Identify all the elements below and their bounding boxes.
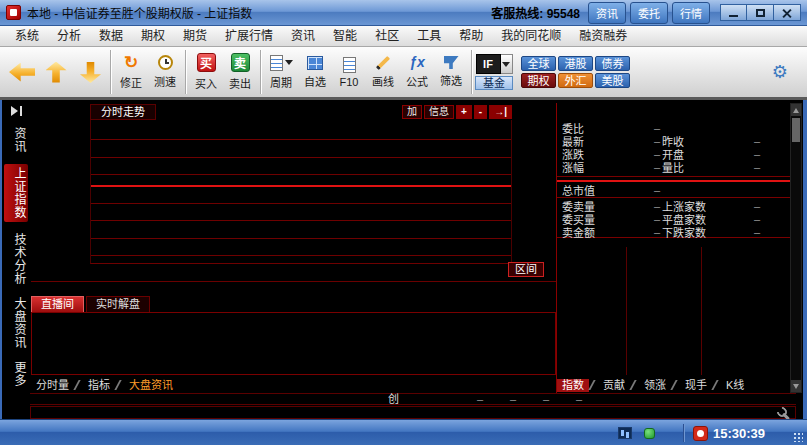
tab-contribution[interactable]: 贡献 [598,379,630,392]
market-options-button[interactable]: 期权 [521,73,556,88]
back-button[interactable] [5,49,39,95]
menu-margin-trading[interactable]: 融资融券 [570,26,636,46]
sidebar-collapse-button[interactable] [11,106,22,116]
close-button[interactable] [774,4,801,21]
menu-system[interactable]: 系统 [6,26,48,46]
trade-entrust-button[interactable]: 委托 [630,2,668,24]
down-button[interactable] [73,49,107,95]
quote-value: – [608,213,660,225]
vertical-divider [701,247,702,375]
market-hk-button[interactable]: 港股 [558,56,593,71]
fund-dropdown-button[interactable] [501,54,513,74]
quote-value: – [608,148,660,160]
formula-label: 公式 [406,73,428,89]
tab-index[interactable]: 指数 [557,379,589,392]
monitor-icon[interactable] [618,427,632,439]
watchlist-button[interactable]: 自选 [298,49,332,95]
f10-button[interactable]: F10 [332,49,366,95]
toolbar-separator [110,50,111,94]
chevron-down-icon [285,60,293,65]
add-button[interactable]: 加 [402,105,422,119]
sidebar-item-market-news[interactable]: 大盘资讯 [4,294,28,352]
pencil-icon [376,55,390,69]
tab-intraday-chart[interactable]: 分时走势 [90,104,156,120]
maximize-button[interactable] [747,4,774,21]
resize-grip[interactable] [793,432,803,442]
settings-gear-icon[interactable]: ⚙ [772,61,788,83]
fund-button[interactable]: IF 基金 [475,49,513,95]
jump-end-button[interactable]: →| [489,105,512,119]
quote-scrollbar[interactable] [790,103,802,393]
ticker-placeholder: – [477,394,483,405]
menu-help[interactable]: 帮助 [450,26,492,46]
info-button[interactable]: 信息 [424,105,454,119]
market-forex-button[interactable]: 外汇 [558,73,593,88]
menu-news[interactable]: 资讯 [282,26,324,46]
quote-row-bid-volume[interactable]: 委买量 – 平盘家数 – [557,211,790,224]
filter-label: 筛选 [440,72,462,88]
funnel-icon [444,56,459,69]
tab-realtime-commentary[interactable]: 实时解盘 [86,296,150,313]
quote-value: – [724,148,760,160]
fix-button[interactable]: ↻ 修正 [114,49,148,95]
tab-current-volume[interactable]: 现手 [680,379,712,392]
news-button[interactable]: 资讯 [588,2,626,24]
quotes-button[interactable]: 行情 [672,2,710,24]
app-window: 本地 - 中信证券至胜个股期权版 - 上证指数 客服热线: 95548 资讯 委… [0,0,807,445]
formula-button[interactable]: ƒx 公式 [400,49,434,95]
minimize-button[interactable] [720,4,747,21]
hotline-text: 客服热线: [491,7,543,21]
scroll-down-button[interactable] [791,380,801,392]
quote-row-market-cap[interactable]: 总市值 – [557,182,790,198]
market-bonds-button[interactable]: 债券 [595,56,630,71]
menu-options[interactable]: 期权 [132,26,174,46]
tab-intraday-volume[interactable]: 分时量 [31,379,74,392]
zoom-in-button[interactable]: + [456,105,472,119]
tab-indicators[interactable]: 指标 [83,379,115,392]
connection-status-icon[interactable] [644,428,655,439]
scroll-up-button[interactable] [791,104,801,116]
draw-line-button[interactable]: 画线 [366,49,400,95]
quote-panel: 委比 – 最新 – 昨收 – 涨跌 – 开盘 – 涨幅 – 量比 – [556,103,790,393]
menu-extended-quotes[interactable]: 扩展行情 [216,26,282,46]
tab-market-news[interactable]: 大盘资讯 [124,379,178,392]
wrench-icon[interactable] [777,407,790,419]
market-us-button[interactable]: 美股 [595,73,630,88]
quote-row-change-pct[interactable]: 涨幅 – 量比 – [557,159,790,172]
menu-tools[interactable]: 工具 [408,26,450,46]
quote-value: – [724,213,760,225]
ticker-placeholder: – [510,394,516,405]
scrollbar-thumb[interactable] [792,118,800,142]
zoom-out-button[interactable]: - [474,105,487,119]
quote-row-sell-amount[interactable]: 卖金额 – 下跌家数 – [557,224,790,237]
quote-row-ask-volume[interactable]: 委卖量 – 上涨家数 – [557,198,790,211]
tab-kline[interactable]: K线 [721,379,749,392]
market-global-button[interactable]: 全球 [521,56,556,71]
tab-live-room[interactable]: 直播间 [31,296,84,313]
menu-my-ths[interactable]: 我的同花顺 [492,26,570,46]
period-button[interactable]: 周期 [264,49,298,95]
sidebar-item-technical-analysis[interactable]: 技术分析 [4,230,28,288]
menu-data[interactable]: 数据 [90,26,132,46]
menu-smart[interactable]: 智能 [324,26,366,46]
up-button[interactable] [39,49,73,95]
quote-row-change[interactable]: 涨跌 – 开盘 – [557,146,790,159]
sell-button[interactable]: 卖 卖出 [223,49,257,95]
filter-button[interactable]: 筛选 [434,49,468,95]
quote-row-weibi[interactable]: 委比 – [557,120,790,133]
intraday-chart-area[interactable] [90,120,512,264]
quote-row-latest[interactable]: 最新 – 昨收 – [557,133,790,146]
menu-futures[interactable]: 期货 [174,26,216,46]
sidebar-item-news[interactable]: 资讯 [4,124,28,156]
menu-community[interactable]: 社区 [366,26,408,46]
fund-label: 基金 [475,76,513,90]
quote-table: 委比 – 最新 – 昨收 – 涨跌 – 开盘 – 涨幅 – 量比 – [557,103,790,238]
sidebar-item-more[interactable]: 更多 [4,358,28,390]
sidebar-item-shanghai-index[interactable]: 上证指数 [4,164,28,222]
buy-button[interactable]: 买 买入 [189,49,223,95]
live-content-panel [31,312,556,375]
speed-test-button[interactable]: 测速 [148,49,182,95]
tab-leading-gainers[interactable]: 领涨 [639,379,671,392]
menu-analysis[interactable]: 分析 [48,26,90,46]
range-button[interactable]: 区间 [508,262,544,277]
